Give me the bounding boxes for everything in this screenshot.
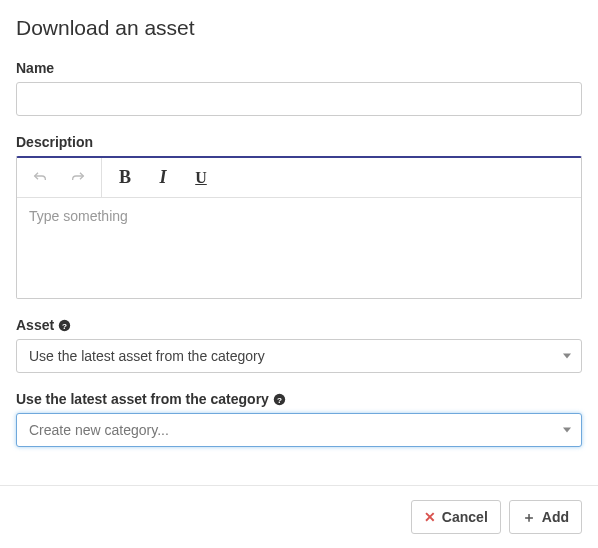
cancel-button[interactable]: ✕ Cancel <box>411 500 501 534</box>
cancel-label: Cancel <box>442 509 488 525</box>
category-select[interactable]: Create new category... <box>16 413 582 447</box>
plus-icon: ＋ <box>522 510 536 524</box>
asset-label-text: Asset <box>16 317 54 333</box>
modal-footer: ✕ Cancel ＋ Add <box>0 485 598 548</box>
category-label-text: Use the latest asset from the category <box>16 391 269 407</box>
help-icon[interactable]: ? <box>273 393 286 406</box>
description-input[interactable]: Type something <box>17 198 581 298</box>
asset-select[interactable]: Use the latest asset from the category <box>16 339 582 373</box>
field-category: Use the latest asset from the category ?… <box>16 391 582 447</box>
description-label: Description <box>16 134 582 150</box>
rte-toolbar: B I U <box>17 158 581 198</box>
category-label: Use the latest asset from the category ? <box>16 391 582 407</box>
rte-history-group <box>17 158 102 197</box>
close-icon: ✕ <box>424 510 436 524</box>
bold-button[interactable]: B <box>106 159 144 197</box>
field-name: Name <box>16 60 582 116</box>
svg-text:?: ? <box>277 395 282 404</box>
rich-text-editor: B I U Type something <box>16 156 582 299</box>
svg-text:?: ? <box>62 321 67 330</box>
page-title: Download an asset <box>16 16 582 40</box>
rte-format-group: B I U <box>102 158 224 197</box>
add-button[interactable]: ＋ Add <box>509 500 582 534</box>
italic-button[interactable]: I <box>144 159 182 197</box>
add-label: Add <box>542 509 569 525</box>
category-select-value: Create new category... <box>29 422 169 438</box>
redo-icon[interactable] <box>59 159 97 197</box>
asset-label: Asset ? <box>16 317 582 333</box>
undo-icon[interactable] <box>21 159 59 197</box>
help-icon[interactable]: ? <box>58 319 71 332</box>
chevron-down-icon <box>563 428 571 433</box>
field-description: Description B I U Type something <box>16 134 582 299</box>
modal-body: Download an asset Name Description B I <box>0 0 598 485</box>
underline-button[interactable]: U <box>182 159 220 197</box>
asset-select-value: Use the latest asset from the category <box>29 348 265 364</box>
field-asset: Asset ? Use the latest asset from the ca… <box>16 317 582 373</box>
name-input[interactable] <box>16 82 582 116</box>
name-label: Name <box>16 60 582 76</box>
chevron-down-icon <box>563 354 571 359</box>
